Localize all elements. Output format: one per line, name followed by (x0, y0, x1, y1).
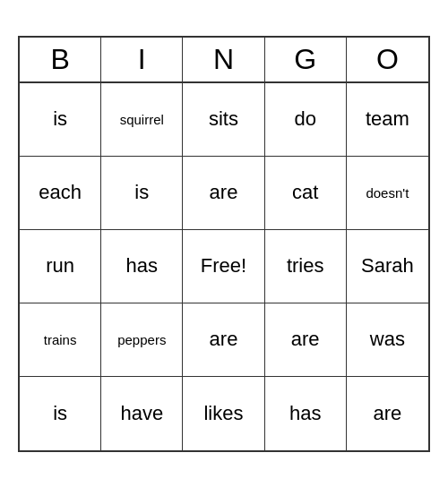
grid-cell-r0-c3: do (265, 83, 347, 157)
grid-cell-r1-c0: each (20, 157, 101, 230)
grid-cell-r0-c0: is (20, 83, 101, 157)
grid-cell-r3-c0: trains (20, 303, 101, 377)
header-letter: I (101, 38, 183, 81)
grid-cell-r4-c4: are (347, 377, 428, 450)
grid-cell-r4-c1: have (101, 377, 183, 450)
grid-cell-r0-c4: team (347, 83, 428, 157)
header-letter: O (347, 38, 428, 81)
grid-cell-r3-c4: was (347, 303, 428, 377)
grid-cell-r1-c1: is (101, 157, 183, 230)
bingo-grid: issquirrelsitsdoteameachisarecatdoesn'tr… (20, 83, 428, 450)
grid-cell-r4-c0: is (20, 377, 101, 450)
header-letter: G (265, 38, 347, 81)
bingo-header: BINGO (20, 38, 428, 83)
grid-cell-r2-c4: Sarah (347, 230, 428, 303)
grid-cell-r4-c2: likes (183, 377, 264, 450)
header-letter: B (20, 38, 101, 81)
grid-cell-r2-c1: has (101, 230, 183, 303)
grid-cell-r1-c3: cat (265, 157, 347, 230)
grid-cell-r1-c2: are (183, 157, 264, 230)
grid-cell-r2-c2: Free! (183, 230, 264, 303)
grid-cell-r2-c0: run (20, 230, 101, 303)
grid-cell-r4-c3: has (265, 377, 347, 450)
grid-cell-r0-c2: sits (183, 83, 264, 157)
grid-cell-r1-c4: doesn't (347, 157, 428, 230)
header-letter: N (183, 38, 264, 81)
grid-cell-r3-c1: peppers (101, 303, 183, 377)
grid-cell-r3-c2: are (183, 303, 264, 377)
bingo-card: BINGO issquirrelsitsdoteameachisarecatdo… (18, 36, 430, 452)
grid-cell-r3-c3: are (265, 303, 347, 377)
grid-cell-r0-c1: squirrel (101, 83, 183, 157)
grid-cell-r2-c3: tries (265, 230, 347, 303)
